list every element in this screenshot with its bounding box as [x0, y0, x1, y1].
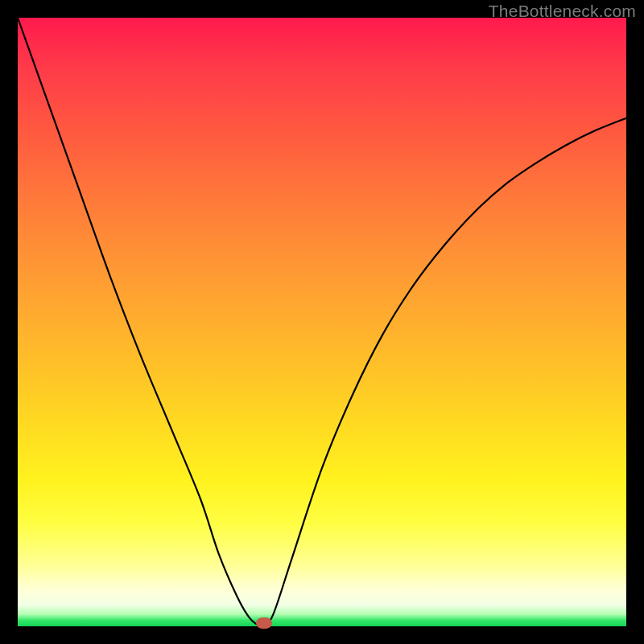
bottleneck-curve — [18, 18, 626, 626]
min-marker — [256, 617, 272, 629]
watermark-text: TheBottleneck.com — [489, 2, 636, 21]
chart-frame: TheBottleneck.com — [0, 0, 644, 644]
plot-area — [18, 18, 626, 626]
